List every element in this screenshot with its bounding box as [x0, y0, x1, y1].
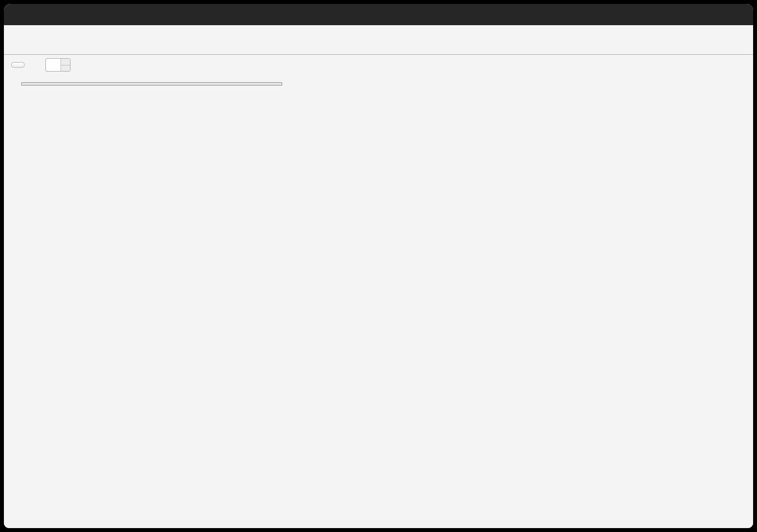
export-as-button[interactable] — [11, 62, 25, 68]
chart-plot[interactable] — [21, 82, 189, 166]
menu-bar — [4, 25, 753, 39]
spin-up-button[interactable] — [61, 59, 70, 65]
title-bar — [4, 4, 753, 25]
toolbar — [4, 55, 753, 75]
tab-bar — [4, 39, 753, 55]
spin-buttons — [60, 59, 70, 71]
stacked-diagrams-control — [41, 58, 71, 72]
heaptrack-window — [4, 4, 753, 528]
stacked-diagrams-value[interactable] — [46, 59, 60, 71]
memory-consumption-chart[interactable] — [4, 75, 753, 528]
chart-legend — [21, 82, 282, 86]
spin-down-button[interactable] — [61, 65, 70, 72]
stacked-diagrams-spinbox — [45, 58, 71, 72]
